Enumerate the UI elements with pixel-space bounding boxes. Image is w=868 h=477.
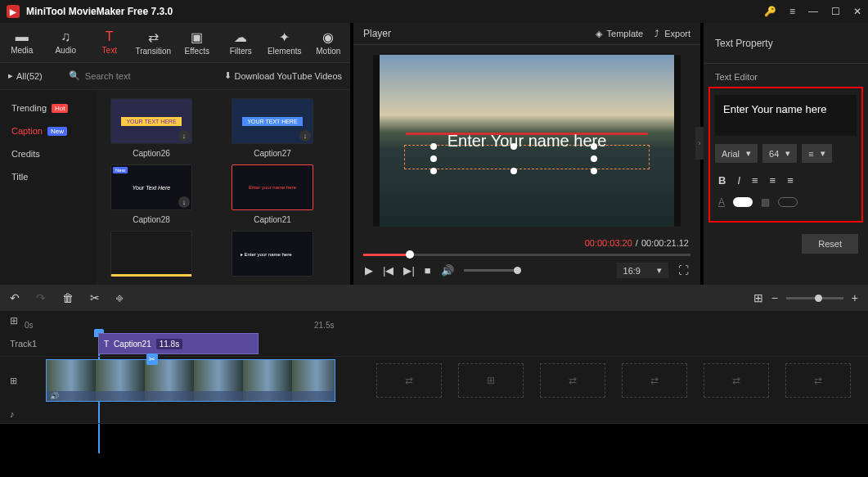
- zoom-in-button[interactable]: +: [852, 291, 858, 304]
- line-spacing-icon: ≡: [808, 149, 813, 159]
- transition-drop[interactable]: ⇄: [540, 363, 605, 398]
- maximize-icon[interactable]: ☐: [831, 6, 840, 17]
- close-icon[interactable]: ✕: [853, 6, 861, 17]
- transition-drop[interactable]: ⇄: [376, 363, 442, 398]
- category-trending[interactable]: TrendingHot: [0, 97, 97, 119]
- split-button[interactable]: ✂: [90, 291, 100, 304]
- app-logo-icon: ▶: [7, 5, 20, 18]
- text-color-label-icon: A: [718, 196, 725, 208]
- align-left-button[interactable]: ≡: [752, 174, 758, 187]
- text-color-swatch[interactable]: [733, 197, 753, 207]
- play-button[interactable]: ▶: [365, 264, 373, 277]
- add-track-button[interactable]: ⊞: [10, 315, 25, 326]
- category-credits[interactable]: Credits: [0, 142, 97, 165]
- reset-button[interactable]: Reset: [802, 234, 858, 254]
- tab-audio[interactable]: ♫Audio: [44, 23, 88, 62]
- minimize-icon[interactable]: —: [808, 6, 818, 17]
- category-title[interactable]: Title: [0, 165, 97, 188]
- thumb-extra-2[interactable]: ▸ Enter your name here: [224, 231, 321, 277]
- audio-waveform: 🔊: [47, 391, 335, 401]
- transition-drop[interactable]: ⇄: [704, 363, 769, 398]
- tab-effects[interactable]: ▣Effects: [175, 23, 219, 62]
- bold-button[interactable]: B: [718, 174, 726, 187]
- download-icon[interactable]: ↓: [178, 196, 190, 208]
- titlebar: ▶ MiniTool MovieMaker Free 7.3.0 🔑 ≡ — ☐…: [0, 0, 868, 23]
- video-clip[interactable]: ✂ 🔊: [46, 359, 335, 402]
- thumb-extra-1[interactable]: [103, 231, 200, 277]
- thumb-caption28[interactable]: NewYour Text Here↓ Caption28: [103, 164, 200, 224]
- text-track[interactable]: Track1 T Caption21 11.8s: [0, 331, 868, 357]
- resize-handle[interactable]: [510, 168, 517, 174]
- app-title: MiniTool MovieMaker Free 7.3.0: [26, 6, 764, 17]
- new-badge: New: [47, 127, 67, 136]
- transition-drop[interactable]: ⇄: [785, 363, 851, 398]
- filter-all[interactable]: ▸All(52): [8, 70, 43, 81]
- zoom-out-button[interactable]: −: [771, 291, 778, 304]
- italic-button[interactable]: I: [737, 174, 740, 187]
- player-panel: Player ◈Template ⤴Export Enter Your name…: [353, 23, 700, 285]
- tab-filters[interactable]: ☁Filters: [219, 23, 263, 62]
- tab-transition[interactable]: ⇄Transition: [132, 23, 176, 62]
- align-center-button[interactable]: ≡: [770, 174, 776, 187]
- download-icon[interactable]: ↓: [299, 130, 311, 142]
- fit-timeline-icon[interactable]: ⊞: [753, 291, 763, 304]
- bg-color-swatch[interactable]: [778, 197, 798, 207]
- transition-drop[interactable]: ⇄: [622, 363, 687, 398]
- redo-button[interactable]: ↷: [36, 291, 46, 304]
- timeline-ruler[interactable]: ⊞ 0s 21.5s: [0, 311, 868, 331]
- player-controls: ▶ |◀ ▶| ■ 🔊 16:9▾ ⛶: [353, 256, 700, 285]
- aspect-ratio-select[interactable]: 16:9▾: [617, 263, 668, 278]
- stop-button[interactable]: ■: [425, 264, 431, 277]
- library-panel: ▬Media ♫Audio TText ⇄Transition ▣Effects…: [0, 23, 350, 285]
- track-label: Track1: [0, 339, 43, 349]
- split-marker-icon[interactable]: ✂: [146, 353, 158, 365]
- line-height-select[interactable]: ≡▾: [802, 144, 831, 163]
- align-right-button[interactable]: ≡: [787, 174, 794, 187]
- player-title: Player: [363, 28, 584, 39]
- next-frame-button[interactable]: ▶|: [403, 264, 414, 277]
- media-drop[interactable]: ⊞: [458, 363, 524, 398]
- thumbnails-grid: YOUR TEXT HERE↓ Caption26 YOUR TEXT HERE…: [97, 90, 350, 285]
- resize-handle[interactable]: [591, 168, 597, 174]
- video-track-icon: ⊞: [0, 376, 43, 386]
- tab-motion[interactable]: ◉Motion: [307, 23, 351, 62]
- text-icon: T: [106, 29, 114, 44]
- prev-frame-button[interactable]: |◀: [383, 264, 394, 277]
- category-caption[interactable]: CaptionNew: [0, 119, 97, 142]
- thumb-caption26[interactable]: YOUR TEXT HERE↓ Caption26: [103, 98, 200, 158]
- seek-bar[interactable]: [363, 250, 690, 256]
- download-icon[interactable]: ↓: [178, 130, 190, 142]
- resize-handle[interactable]: [430, 168, 437, 174]
- ruler-mark: 21.5s: [314, 321, 334, 330]
- export-button[interactable]: ⤴Export: [654, 29, 690, 38]
- download-youtube-link[interactable]: ⬇Download YouTube Videos: [224, 70, 343, 81]
- thumb-caption21[interactable]: Enter your name here Caption21: [224, 164, 321, 224]
- undo-button[interactable]: ↶: [10, 291, 20, 304]
- caption-clip[interactable]: T Caption21 11.8s: [98, 333, 259, 354]
- search-input[interactable]: 🔍Search text: [69, 70, 214, 81]
- menu-icon[interactable]: ≡: [789, 6, 795, 17]
- volume-slider[interactable]: [464, 269, 521, 272]
- size-select[interactable]: 64▾: [762, 144, 797, 163]
- font-select[interactable]: Arial▾: [715, 144, 758, 163]
- thumb-caption27[interactable]: YOUR TEXT HERE↓ Caption27: [224, 98, 321, 158]
- zoom-slider[interactable]: [786, 297, 843, 299]
- video-track[interactable]: ⊞ ✂ 🔊 ⇄ ⊞ ⇄ ⇄ ⇄ ⇄: [0, 357, 868, 404]
- cloud-icon: ☁: [234, 29, 247, 45]
- preview-text[interactable]: Enter Your name here: [447, 132, 607, 151]
- tab-elements[interactable]: ✦Elements: [263, 23, 307, 62]
- panel-expand-handle[interactable]: ›: [695, 127, 704, 160]
- crop-button[interactable]: ⎆: [116, 291, 123, 304]
- template-button[interactable]: ◈Template: [596, 29, 644, 39]
- volume-icon[interactable]: 🔊: [441, 264, 454, 277]
- tab-text[interactable]: TText: [88, 23, 132, 62]
- folder-icon: ▬: [16, 29, 29, 44]
- delete-button[interactable]: 🗑: [62, 291, 74, 304]
- tab-media[interactable]: ▬Media: [0, 23, 44, 62]
- filter-row: ▸All(52) 🔍Search text ⬇Download YouTube …: [0, 63, 350, 90]
- audio-track[interactable]: ♪: [0, 404, 868, 424]
- fullscreen-button[interactable]: ⛶: [678, 264, 689, 277]
- license-key-icon[interactable]: 🔑: [764, 6, 776, 17]
- text-content-input[interactable]: Enter Your name here: [715, 95, 857, 136]
- preview-area[interactable]: Enter Your name here: [373, 55, 681, 227]
